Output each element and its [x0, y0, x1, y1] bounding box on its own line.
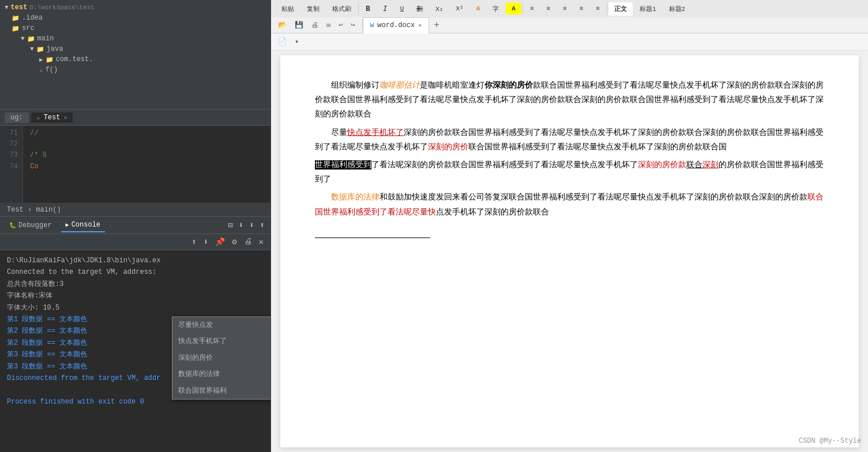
print-btn[interactable]: 🖨	[309, 20, 321, 31]
tree-item-idea[interactable]: 📁 .idea	[0, 13, 270, 23]
doc-format-bar: 📄 ▾	[271, 33, 868, 51]
doc-paragraph-4: 数据库的法律和鼓励加快速度发回来看公司答复深联合国世界福利感受到了看法呢尽量快点…	[315, 190, 824, 219]
console-output[interactable]: D:\RuJianKaiFa\jdk\JDK1.8\bin\java.ex Co…	[0, 250, 270, 452]
project-root[interactable]: ▼ test D:\workSpace\test	[0, 2, 270, 13]
word-tab-align3[interactable]: ≡	[557, 3, 573, 14]
format-icon[interactable]: 📄	[276, 36, 289, 47]
tree-item-src[interactable]: 📁 src	[0, 23, 270, 33]
word-tab-strikethrough[interactable]: 删	[411, 2, 429, 16]
text-segment-red: 深刻的房价款	[638, 160, 686, 170]
text-segment-bold: 你深刻的房价	[484, 81, 533, 90]
tree-label: java	[47, 45, 63, 53]
debugger-tab-label: Debugger	[18, 221, 52, 229]
code-area: 71 72 73 74 // /* S Co	[0, 126, 270, 204]
word-tab-bold[interactable]: B	[360, 2, 376, 16]
word-tab-heading1[interactable]: 标题1	[634, 2, 662, 16]
word-tab-fontcolor[interactable]: A	[471, 3, 486, 14]
doc-content[interactable]: 组织编制修订咖啡那估计是咖啡机暗室逢灯你深刻的房价款联合国世界福利感受到了看法呢…	[280, 55, 859, 447]
scroll-up-icon[interactable]: ⬆	[189, 235, 198, 249]
text-segment-highlight: 世界福利感受到	[315, 160, 371, 170]
underline-decoration	[315, 223, 430, 238]
doc-tabbar: 📂 💾 🖨 ✉ ↩ ↪ W word.docx ✕ +	[271, 17, 868, 33]
word-tab-format[interactable]: 格式刷	[326, 2, 357, 16]
word-tab-align4[interactable]: ≡	[574, 3, 589, 14]
editor-tab-label: Test	[44, 114, 61, 122]
breadcrumb-text: Test › main()	[7, 206, 61, 214]
editor-tab-test[interactable]: ☕ Test ✕	[31, 112, 73, 123]
down2-btn[interactable]: ⬇	[248, 219, 255, 231]
down-btn[interactable]: ⬇	[238, 219, 245, 231]
console-line: D:\RuJianKaiFa\jdk\JDK1.8\bin\java.ex	[7, 255, 264, 266]
tooltip-item[interactable]: 尽量快点发	[172, 317, 270, 333]
tooltip-item[interactable]: 联合国世界福利	[172, 383, 270, 399]
csdn-watermark: CSDN @My--Style	[799, 437, 861, 445]
email-btn[interactable]: ✉	[324, 20, 333, 31]
code-line: Co	[30, 161, 264, 172]
word-tab-charspacing[interactable]: 字	[487, 2, 505, 16]
word-tab-align1[interactable]: ≡	[524, 3, 540, 14]
word-tab-italic[interactable]: I	[377, 2, 393, 16]
text-segment-red-underline: 深刻	[702, 160, 719, 170]
console-tab-icon: ▶	[66, 221, 69, 228]
text-segment: 是咖啡机暗室逢灯	[420, 81, 484, 90]
text-segment-red: 深刻的房价	[428, 142, 468, 152]
side-toolbar-icons: ⬆ ⬇ 📌 ⚙ 🖨 ✕	[189, 235, 266, 249]
word-tab-copy[interactable]: 复制	[301, 2, 325, 16]
doc-tab-close-btn[interactable]: ✕	[418, 22, 422, 29]
tree-item-fi[interactable]: ☕ f()	[0, 65, 270, 75]
console-line: 字体名称:宋体	[7, 290, 264, 302]
settings-icon[interactable]: ⚙	[230, 235, 239, 249]
debugger-tab[interactable]: 🐛 Debugger	[5, 219, 57, 232]
undo-btn[interactable]: ↩	[336, 20, 345, 31]
line-numbers: 71 72 73 74	[0, 126, 23, 203]
word-tab-align2[interactable]: ≡	[541, 3, 557, 14]
close-icon[interactable]: ✕	[257, 235, 266, 249]
console-line: 总共含有段落数:3	[7, 278, 264, 290]
line-number: 74	[5, 161, 18, 172]
word-file-icon: W	[370, 22, 374, 29]
close-tab-icon[interactable]: ✕	[63, 114, 67, 121]
print-icon[interactable]: 🖨	[242, 235, 254, 249]
open-btn[interactable]: 📂	[276, 20, 289, 31]
tooltip-item[interactable]: 快点发手机坏了	[172, 333, 270, 349]
word-tab-align5[interactable]: ≡	[590, 3, 606, 14]
split-btn[interactable]: ⊟	[227, 219, 234, 231]
tooltip-item[interactable]: 数据库的法律	[172, 366, 270, 382]
doc-tab-worddocx[interactable]: W word.docx ✕	[363, 17, 429, 33]
word-tab-highlight[interactable]: A	[506, 3, 521, 14]
console-tab[interactable]: ▶ Console	[61, 219, 105, 232]
word-ribbon-tabs: 粘贴 复制 格式刷 B I U 删 X₂ X² A 字 A ≡ ≡ ≡ ≡ ≡ …	[271, 0, 868, 17]
ribbon-separator	[607, 3, 607, 14]
scroll-down-icon[interactable]: ⬇	[201, 235, 211, 249]
tree-item-comtest[interactable]: ▶ 📁 com.test.	[0, 54, 270, 65]
doc-paragraph-2: 尽量快点发手机坏了深刻的房价款联合国世界福利感受到了看法呢尽量快点发手机坏了深刻…	[315, 126, 824, 155]
text-segment-italic: 咖啡那估计	[379, 81, 420, 90]
up-btn[interactable]: ⬆	[259, 219, 266, 231]
save-btn[interactable]: 💾	[292, 20, 306, 31]
tree-item-java[interactable]: ▼ 📁 java	[0, 44, 270, 54]
word-tab-heading2[interactable]: 标题2	[663, 2, 692, 16]
editor-tab-ug[interactable]: ug:	[5, 112, 29, 123]
pin-icon[interactable]: 📌	[213, 235, 227, 249]
code-content[interactable]: // /* S Co	[23, 126, 270, 203]
line-number: 73	[5, 150, 18, 161]
tree-label: .idea	[22, 14, 43, 22]
tooltip-item[interactable]: 深刻的房价	[172, 350, 270, 366]
word-tab-underline[interactable]: U	[394, 3, 410, 14]
ide-panel: ▼ test D:\workSpace\test 📁 .idea 📁 src ▼…	[0, 0, 271, 452]
doc-tab-label: word.docx	[377, 21, 415, 29]
console-tab-label: Console	[72, 221, 100, 229]
new-doc-btn[interactable]: +	[429, 18, 444, 33]
text-segment-orange: 数据库的法律	[331, 193, 379, 202]
project-name: test	[11, 3, 28, 12]
text-segment-underline: 联合	[686, 160, 702, 170]
console-toolbar-right: ⊟ ⬇ ⬇ ⬆	[227, 219, 266, 231]
tree-item-main[interactable]: ▼ 📁 main	[0, 33, 270, 44]
word-tab-subscript[interactable]: X₂	[430, 3, 449, 15]
file-tree: ▼ test D:\workSpace\test 📁 .idea 📁 src ▼…	[0, 0, 270, 110]
word-tab-normal[interactable]: 正文	[608, 2, 633, 16]
format-chevron[interactable]: ▾	[292, 36, 301, 47]
word-tab-paste[interactable]: 粘贴	[276, 2, 300, 16]
redo-btn[interactable]: ↪	[348, 20, 357, 31]
word-tab-superscript[interactable]: X²	[450, 3, 469, 14]
